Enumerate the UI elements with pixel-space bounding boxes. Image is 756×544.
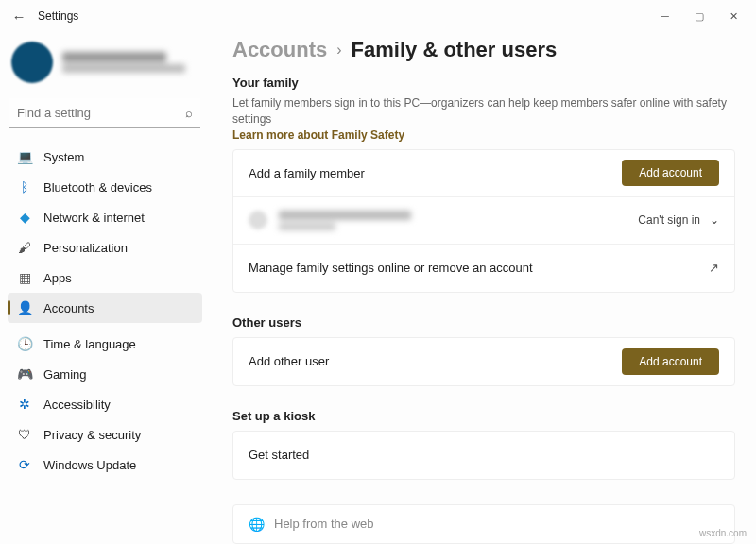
other-users-card: Add other user Add account	[232, 337, 735, 386]
kiosk-card: Get started	[232, 431, 735, 480]
add-family-button[interactable]: Add account	[622, 160, 719, 186]
maximize-button[interactable]: ▢	[682, 3, 716, 29]
help-row[interactable]: 🌐 Help from the web	[233, 505, 734, 543]
sidebar-item-accounts[interactable]: 👤Accounts	[8, 293, 202, 323]
sidebar-item-bluetooth-devices[interactable]: ᛒBluetooth & devices	[8, 172, 202, 202]
sidebar-item-system[interactable]: 💻System	[8, 142, 202, 172]
sidebar-item-privacy-security[interactable]: 🛡Privacy & security	[8, 419, 202, 450]
globe-icon: 🌐	[249, 517, 265, 532]
family-card: Add a family member Add account Can't si…	[232, 149, 735, 293]
sidebar-item-personalization[interactable]: 🖌Personalization	[8, 232, 202, 263]
add-other-label: Add other user	[249, 354, 329, 368]
search-icon: ⌕	[185, 106, 193, 120]
add-other-user-row: Add other user Add account	[233, 338, 734, 385]
title-bar: ← Settings ─ ▢ ✕	[0, 0, 756, 32]
nav-label: Apps	[43, 271, 72, 285]
sidebar-item-windows-update[interactable]: ⟳Windows Update	[8, 450, 202, 480]
family-member-row[interactable]: Can't sign in ⌄	[233, 197, 734, 245]
nav-label: Time & language	[43, 337, 136, 351]
nav-icon: 🖌	[17, 240, 32, 255]
back-button[interactable]: ←	[6, 3, 32, 29]
person-icon	[249, 211, 267, 230]
nav-icon: ▦	[17, 270, 32, 285]
nav-label: Network & internet	[43, 211, 145, 225]
get-started-row[interactable]: Get started	[233, 432, 734, 479]
nav-label: Accounts	[43, 301, 94, 315]
nav-label: System	[43, 150, 84, 164]
nav-icon: ✲	[17, 397, 32, 412]
nav-label: Personalization	[43, 241, 128, 255]
kiosk-heading: Set up a kiosk	[232, 409, 735, 423]
nav-list: 💻SystemᛒBluetooth & devices◆Network & in…	[8, 142, 202, 480]
get-started-label: Get started	[249, 448, 309, 462]
manage-family-row[interactable]: Manage family settings online or remove …	[233, 245, 734, 292]
nav-icon: ᛒ	[17, 179, 32, 195]
chevron-down-icon[interactable]: ⌄	[710, 213, 719, 227]
sidebar-item-time-language[interactable]: 🕒Time & language	[8, 329, 202, 359]
nav-label: Accessibility	[43, 398, 111, 412]
nav-label: Privacy & security	[43, 428, 141, 442]
nav-label: Windows Update	[43, 458, 136, 472]
sidebar-item-apps[interactable]: ▦Apps	[8, 263, 202, 293]
external-link-icon: ↗	[709, 261, 719, 275]
breadcrumb: Accounts › Family & other users	[232, 38, 735, 62]
member-status: Can't sign in	[638, 213, 700, 227]
your-family-desc: Let family members sign in to this PC—or…	[232, 95, 735, 128]
page-title: Family & other users	[352, 38, 558, 62]
search-input[interactable]	[17, 106, 185, 120]
window-title: Settings	[38, 9, 78, 23]
nav-icon: ⟳	[17, 457, 32, 472]
help-label: Help from the web	[274, 517, 374, 531]
add-other-button[interactable]: Add account	[622, 348, 719, 375]
main-content: Accounts › Family & other users Your fam…	[210, 32, 756, 544]
add-family-label: Add a family member	[249, 166, 365, 180]
sidebar-item-accessibility[interactable]: ✲Accessibility	[8, 389, 202, 419]
your-family-heading: Your family	[232, 76, 735, 90]
sidebar-item-gaming[interactable]: 🎮Gaming	[8, 359, 202, 389]
breadcrumb-parent[interactable]: Accounts	[232, 38, 327, 62]
chevron-right-icon: ›	[336, 42, 341, 59]
nav-label: Bluetooth & devices	[43, 180, 152, 195]
search-box[interactable]: ⌕	[9, 98, 200, 128]
nav-icon: 🛡	[17, 427, 32, 442]
avatar	[11, 42, 53, 83]
add-family-row: Add a family member Add account	[233, 150, 734, 197]
minimize-button[interactable]: ─	[648, 3, 682, 29]
close-button[interactable]: ✕	[716, 3, 750, 29]
sidebar-item-network-internet[interactable]: ◆Network & internet	[8, 202, 202, 232]
nav-label: Gaming	[43, 367, 87, 382]
sidebar: ⌕ 💻SystemᛒBluetooth & devices◆Network & …	[0, 32, 210, 544]
other-users-heading: Other users	[232, 315, 735, 330]
profile-info	[62, 52, 185, 73]
nav-icon: ◆	[17, 210, 32, 225]
family-safety-link[interactable]: Learn more about Family Safety	[232, 128, 404, 142]
manage-family-label: Manage family settings online or remove …	[249, 261, 533, 275]
nav-icon: 🕒	[17, 336, 32, 351]
watermark: wsxdn.com	[699, 528, 747, 538]
nav-icon: 💻	[17, 149, 32, 164]
window-controls: ─ ▢ ✕	[648, 3, 750, 29]
profile-block[interactable]	[8, 38, 202, 93]
nav-icon: 🎮	[17, 366, 32, 382]
nav-icon: 👤	[17, 300, 32, 315]
help-card: 🌐 Help from the web	[232, 504, 735, 544]
